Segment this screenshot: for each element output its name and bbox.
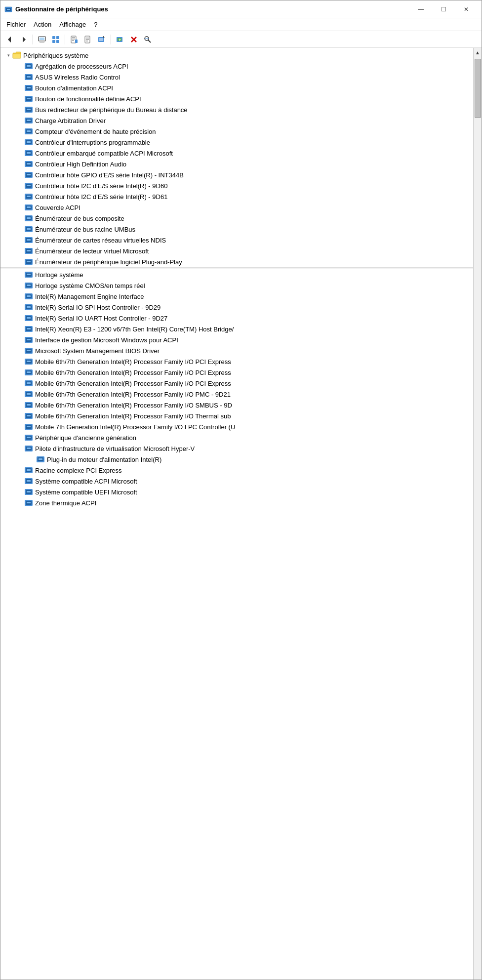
item-label: Contrôleur hôte GPIO d'E/S série Intel(R… [35,171,184,179]
list-item[interactable]: Pilote d'infrastructure de virtualisatio… [0,443,473,454]
svg-rect-153 [27,491,31,492]
list-item[interactable]: Microsoft System Management BIOS Driver [0,345,473,356]
list-item[interactable]: Énumérateur de cartes réseau virtuelles … [0,235,473,245]
remove-button[interactable] [127,33,140,46]
item-label: Mobile 6th/7th Generation Intel(R) Proce… [35,402,232,409]
device-icon [36,455,45,463]
list-item[interactable]: Énumérateur de lecteur virtuel Microsoft [0,245,473,256]
minimize-button[interactable]: — [409,2,432,16]
list-item[interactable]: Horloge système [0,269,473,280]
item-label: Périphérique d'ancienne génération [35,434,136,442]
uninstall-button[interactable] [81,33,94,46]
svg-rect-120 [27,371,31,373]
window-icon [4,5,12,13]
list-item[interactable]: Contrôleur hôte I2C d'E/S série Intel(R)… [0,191,473,202]
list-item[interactable]: Mobile 6th/7th Generation Intel(R) Proce… [0,378,473,389]
list-item[interactable]: Intel(R) Management Engine Interface [0,291,473,302]
forward-button[interactable] [17,33,30,46]
refresh-button[interactable] [49,33,62,46]
svg-rect-75 [27,206,31,208]
svg-rect-99 [27,295,31,297]
list-item[interactable]: Horloge système CMOS/en temps réel [0,280,473,291]
list-item[interactable]: Plug-in du moteur d'alimentation Intel(R… [0,454,473,465]
svg-rect-156 [27,502,31,503]
device-icon [24,106,33,114]
list-item[interactable]: Mobile 6th/7th Generation Intel(R) Proce… [0,410,473,421]
list-item[interactable]: Intel(R) Xeon(R) E3 - 1200 v6/7th Gen In… [0,324,473,334]
list-item[interactable]: Intel(R) Serial IO SPI Host Controller -… [0,302,473,313]
list-item[interactable]: Racine complexe PCI Express [0,465,473,476]
list-item[interactable]: Mobile 6th/7th Generation Intel(R) Proce… [0,367,473,378]
scan-button[interactable] [141,33,154,46]
toolbar-sep-3 [111,35,111,44]
scrollbar-thumb[interactable] [475,59,481,118]
svg-rect-105 [27,317,31,319]
list-item[interactable]: Agrégation de processeurs ACPI [0,61,473,72]
title-bar: Gestionnaire de périphériques — ☐ ✕ [0,0,482,18]
list-item[interactable]: Système compatible UEFI Microsoft [0,487,473,497]
device-icon [24,477,33,485]
device-icon [24,368,33,376]
list-item[interactable]: Contrôleur embarqué compatible ACPI Micr… [0,148,473,159]
item-label: Pilote d'infrastructure de virtualisatio… [35,445,195,452]
svg-rect-6 [40,38,44,40]
list-item[interactable]: Énumérateur de périphérique logiciel Plu… [0,256,473,267]
back-button[interactable] [3,33,16,46]
list-item[interactable]: Mobile 6th/7th Generation Intel(R) Proce… [0,389,473,400]
list-item[interactable]: Compteur d'événement de haute précision [0,126,473,137]
list-item[interactable]: Bouton de fonctionnalité définie ACPI [0,93,473,104]
list-item[interactable]: Bouton d'alimentation ACPI [0,82,473,93]
device-tree[interactable]: ▾ Périphériques système Agrégation de pr… [0,48,473,980]
item-label: Mobile 6th/7th Generation Intel(R) Proce… [35,412,231,420]
svg-rect-144 [39,458,42,460]
list-item[interactable]: Mobile 7th Generation Intel(R) Processor… [0,421,473,432]
content-area: ▾ Périphériques système Agrégation de pr… [0,48,482,980]
item-label: Intel(R) Serial IO SPI Host Controller -… [35,304,161,311]
device-icon [24,258,33,266]
maximize-button[interactable]: ☐ [432,2,455,16]
device-icon [24,488,33,496]
add-button[interactable]: + [114,33,126,46]
computer-button[interactable] [36,33,48,46]
svg-rect-129 [27,404,31,406]
svg-rect-93 [27,274,31,275]
title-bar-left: Gestionnaire de périphériques [4,5,108,13]
device-icon [24,117,33,124]
item-label: Bouton de fonctionnalité définie ACPI [35,95,141,103]
device-icon [24,214,33,222]
menu-action[interactable]: Action [30,19,55,30]
item-label: Contrôleur High Definition Audio [35,161,126,168]
menu-help[interactable]: ? [90,19,101,30]
list-item[interactable]: Contrôleur hôte GPIO d'E/S série Intel(R… [0,169,473,180]
vertical-scrollbar[interactable]: ▲ [473,48,482,980]
item-label: Horloge système [35,271,83,279]
list-item[interactable]: Mobile 6th/7th Generation Intel(R) Proce… [0,400,473,410]
list-item[interactable]: Énumérateur de bus racine UMBus [0,224,473,235]
list-item[interactable]: Contrôleur hôte I2C d'E/S série Intel(R)… [0,180,473,191]
list-item[interactable]: Système compatible ACPI Microsoft [0,476,473,487]
list-item[interactable]: Intel(R) Serial IO UART Host Controller … [0,313,473,324]
list-item[interactable]: ASUS Wireless Radio Control [0,72,473,82]
list-item[interactable]: Bus redirecteur de périphérique du Burea… [0,104,473,115]
item-label: Intel(R) Xeon(R) E3 - 1200 v6/7th Gen In… [35,326,234,333]
list-item[interactable]: Contrôleur High Definition Audio [0,159,473,169]
list-item[interactable]: Contrôleur d'interruptions programmable [0,137,473,148]
list-item[interactable]: Couvercle ACPI [0,202,473,213]
item-label: Bouton d'alimentation ACPI [35,84,113,92]
update-button[interactable] [95,33,108,46]
list-item[interactable]: Périphérique d'ancienne génération [0,432,473,443]
properties-button[interactable] [68,33,80,46]
menu-fichier[interactable]: Fichier [2,19,30,30]
device-icon [24,193,33,201]
item-label: Énumérateur de cartes réseau virtuelles … [35,237,166,244]
list-item[interactable]: Mobile 6th/7th Generation Intel(R) Proce… [0,356,473,367]
list-item[interactable]: Zone thermique ACPI [0,497,473,508]
tree-root-item[interactable]: ▾ Périphériques système [0,50,473,61]
list-item[interactable]: Charge Arbitration Driver [0,115,473,126]
svg-rect-2 [7,9,10,10]
device-icon [24,314,33,322]
close-button[interactable]: ✕ [455,2,478,16]
list-item[interactable]: Énumérateur de bus composite [0,213,473,224]
list-item[interactable]: Interface de gestion Microsoft Windows p… [0,334,473,345]
menu-affichage[interactable]: Affichage [55,19,90,30]
